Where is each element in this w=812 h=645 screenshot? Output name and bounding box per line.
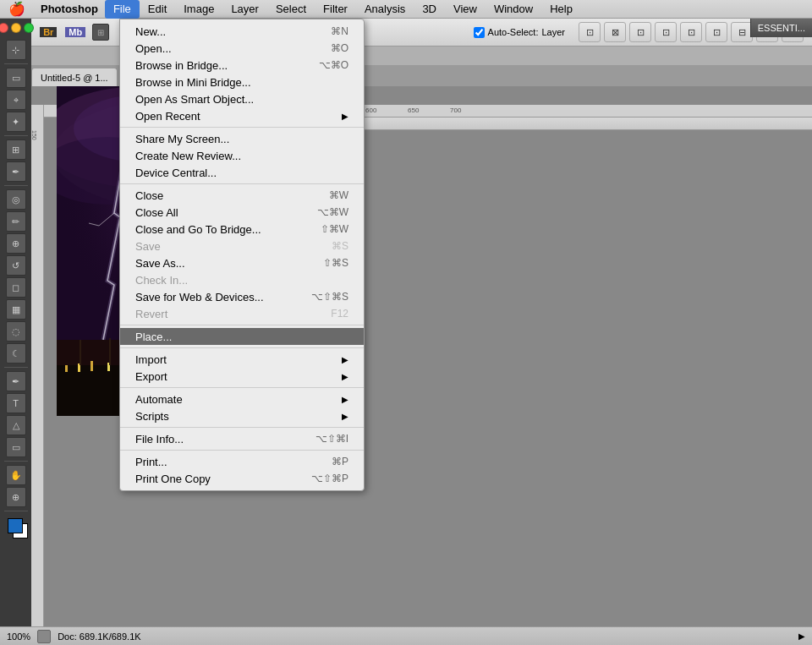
menu-item-save-label: Save bbox=[135, 240, 315, 253]
menu-item-automate-label: Automate bbox=[135, 393, 338, 406]
menu-item-share[interactable]: Share My Screen... bbox=[120, 130, 364, 147]
menu-item-new-label: New... bbox=[135, 25, 314, 38]
menu-item-print-copy-shortcut: ⌥⇧⌘P bbox=[311, 473, 348, 484]
menu-item-revert-label: Revert bbox=[135, 308, 314, 320]
menu-item-browse-bridge-shortcut: ⌥⌘O bbox=[319, 59, 348, 71]
menu-item-open-smart-label: Open As Smart Object... bbox=[135, 93, 348, 106]
export-arrow: ▶ bbox=[342, 372, 348, 381]
menu-item-close-all-label: Close All bbox=[135, 206, 300, 219]
menu-sep-5 bbox=[120, 387, 364, 388]
menu-item-close[interactable]: Close ⌘W bbox=[120, 187, 364, 204]
menu-item-open-label: Open... bbox=[135, 42, 314, 55]
menu-item-file-info-shortcut: ⌥⇧⌘I bbox=[315, 433, 348, 445]
menu-item-revert-shortcut: F12 bbox=[331, 308, 348, 320]
menu-item-close-bridge-label: Close and Go To Bridge... bbox=[135, 223, 304, 236]
import-arrow: ▶ bbox=[342, 355, 348, 364]
menu-sep-3 bbox=[120, 325, 364, 325]
menu-item-import-label: Import bbox=[135, 353, 338, 366]
menu-item-device[interactable]: Device Central... bbox=[120, 164, 364, 181]
menu-item-print-shortcut: ⌘P bbox=[332, 456, 348, 467]
menu-item-browse-mini[interactable]: Browse in Mini Bridge... bbox=[120, 74, 364, 90]
menu-item-close-all[interactable]: Close All ⌥⌘W bbox=[120, 204, 364, 221]
menu-sep-4 bbox=[120, 347, 364, 348]
menu-item-close-bridge[interactable]: Close and Go To Bridge... ⇧⌘W bbox=[120, 221, 364, 238]
menu-item-save[interactable]: Save ⌘S bbox=[120, 238, 364, 254]
menu-item-save-as-label: Save As... bbox=[135, 257, 306, 270]
menu-item-save-web-shortcut: ⌥⇧⌘S bbox=[311, 291, 348, 303]
menu-item-share-label: Share My Screen... bbox=[135, 133, 348, 145]
menu-item-open-recent-label: Open Recent bbox=[135, 110, 338, 123]
menu-item-place-label: Place... bbox=[135, 331, 348, 343]
menu-item-place[interactable]: Place... bbox=[120, 328, 364, 345]
open-recent-arrow: ▶ bbox=[342, 112, 348, 121]
menu-item-scripts-label: Scripts bbox=[135, 410, 338, 423]
menu-item-close-all-shortcut: ⌥⌘W bbox=[317, 206, 348, 218]
menu-sep-6 bbox=[120, 427, 364, 428]
menu-item-browse-bridge[interactable]: Browse in Bridge... ⌥⌘O bbox=[120, 57, 364, 74]
menu-item-review[interactable]: Create New Review... bbox=[120, 147, 364, 164]
menu-item-revert[interactable]: Revert F12 bbox=[120, 305, 364, 322]
menu-item-save-web[interactable]: Save for Web & Devices... ⌥⇧⌘S bbox=[120, 288, 364, 305]
menu-item-import[interactable]: Import ▶ bbox=[120, 351, 364, 368]
menu-item-print[interactable]: Print... ⌘P bbox=[120, 453, 364, 470]
menu-item-browse-bridge-label: Browse in Bridge... bbox=[135, 59, 302, 72]
menu-item-save-as-shortcut: ⇧⌘S bbox=[323, 257, 348, 269]
menu-sep-2 bbox=[120, 183, 364, 184]
menu-item-close-bridge-shortcut: ⇧⌘W bbox=[321, 223, 348, 235]
menu-item-file-info-label: File Info... bbox=[135, 433, 299, 445]
menu-item-new[interactable]: New... ⌘N bbox=[120, 23, 364, 40]
menu-item-automate[interactable]: Automate ▶ bbox=[120, 391, 364, 407]
scripts-arrow: ▶ bbox=[342, 412, 348, 421]
menu-item-save-shortcut: ⌘S bbox=[332, 240, 348, 252]
menu-item-open-recent[interactable]: Open Recent ▶ bbox=[120, 107, 364, 124]
menu-item-open-smart[interactable]: Open As Smart Object... bbox=[120, 90, 364, 107]
menu-item-review-label: Create New Review... bbox=[135, 150, 348, 162]
menu-item-check-in-label: Check In... bbox=[135, 274, 348, 287]
menu-item-file-info[interactable]: File Info... ⌥⇧⌘I bbox=[120, 430, 364, 447]
menu-item-export[interactable]: Export ▶ bbox=[120, 368, 364, 385]
menu-item-export-label: Export bbox=[135, 370, 338, 383]
menu-item-check-in[interactable]: Check In... bbox=[120, 271, 364, 288]
menu-item-new-shortcut: ⌘N bbox=[331, 25, 348, 37]
menu-item-print-copy[interactable]: Print One Copy ⌥⇧⌘P bbox=[120, 470, 364, 487]
menu-item-close-label: Close bbox=[135, 189, 312, 202]
file-menu: New... ⌘N Open... ⌘O Browse in Bridge...… bbox=[119, 19, 365, 491]
menu-item-device-label: Device Central... bbox=[135, 167, 348, 179]
menu-item-browse-mini-label: Browse in Mini Bridge... bbox=[135, 76, 348, 89]
menu-sep-7 bbox=[120, 450, 364, 451]
menu-item-open-shortcut: ⌘O bbox=[331, 42, 348, 54]
menu-sep-1 bbox=[120, 127, 364, 128]
menu-item-save-as[interactable]: Save As... ⇧⌘S bbox=[120, 254, 364, 271]
menu-item-save-web-label: Save for Web & Devices... bbox=[135, 291, 294, 303]
menu-item-open[interactable]: Open... ⌘O bbox=[120, 40, 364, 57]
menu-item-print-copy-label: Print One Copy bbox=[135, 473, 294, 485]
menu-item-close-shortcut: ⌘W bbox=[329, 189, 348, 201]
dropdown-overlay[interactable]: New... ⌘N Open... ⌘O Browse in Bridge...… bbox=[0, 0, 812, 645]
automate-arrow: ▶ bbox=[342, 395, 348, 404]
menu-item-print-label: Print... bbox=[135, 456, 315, 468]
menu-item-scripts[interactable]: Scripts ▶ bbox=[120, 407, 364, 424]
